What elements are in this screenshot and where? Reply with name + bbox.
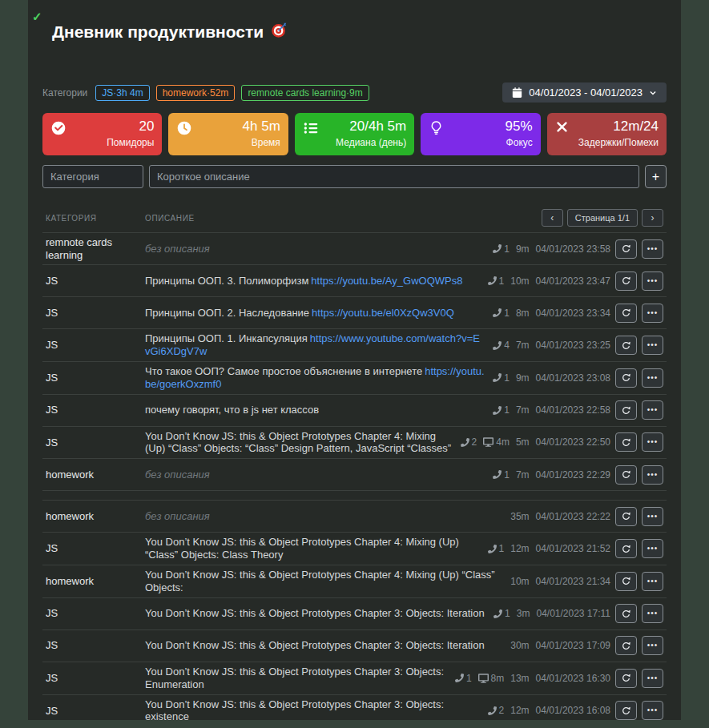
refresh-icon xyxy=(621,340,631,351)
more-button[interactable]: ••• xyxy=(642,432,663,452)
table-row: homework без описания 35m 04/01/2023 22:… xyxy=(42,500,667,532)
row-description-text: You Don’t Know JS: this & Object Prototy… xyxy=(145,666,444,690)
more-button[interactable]: ••• xyxy=(642,604,663,623)
add-entry-button[interactable]: + xyxy=(645,165,667,188)
repeat-button[interactable] xyxy=(615,239,637,259)
refresh-icon xyxy=(621,641,631,651)
calls-count: 1 xyxy=(504,469,510,481)
bulb-icon xyxy=(429,120,444,139)
app-panel: ✓ Дневник продуктивности Категории JS·3h… xyxy=(28,0,681,720)
chevron-down-icon xyxy=(649,89,657,97)
more-button[interactable]: ••• xyxy=(642,507,663,526)
row-description-text: You Don’t Know JS: this & Object Prototy… xyxy=(145,430,451,455)
row-link[interactable]: https://youtu.be/Ay_GwOQWPs8 xyxy=(311,275,462,287)
repeat-button[interactable] xyxy=(615,368,637,388)
more-button[interactable]: ••• xyxy=(642,400,663,420)
phone-icon xyxy=(488,706,497,715)
date-range-picker[interactable]: 04/01/2023 - 04/01/2023 xyxy=(502,82,667,103)
more-button[interactable]: ••• xyxy=(642,304,663,323)
row-category: homework xyxy=(46,510,145,523)
row-meta: 1 9m 04/01/2023 23:58 xyxy=(493,243,610,255)
calls-count: 1 xyxy=(504,404,510,416)
calls-meta: 1 xyxy=(488,543,505,554)
date-range-label: 04/01/2023 - 04/01/2023 xyxy=(529,86,643,99)
category-tag[interactable]: JS·3h 4m xyxy=(95,85,149,101)
more-button[interactable]: ••• xyxy=(642,701,663,720)
row-duration: 7m xyxy=(516,340,530,351)
refresh-icon xyxy=(621,673,631,683)
repeat-button[interactable] xyxy=(615,572,637,591)
page-title: Дневник продуктивности xyxy=(52,0,667,42)
row-description: You Don’t Know JS: this & Object Prototy… xyxy=(145,430,461,456)
more-button[interactable]: ••• xyxy=(642,669,663,688)
repeat-button[interactable] xyxy=(615,271,637,291)
more-button[interactable]: ••• xyxy=(642,636,663,655)
more-button[interactable]: ••• xyxy=(642,572,663,591)
repeat-button[interactable] xyxy=(615,636,637,655)
description-input[interactable] xyxy=(149,165,639,188)
table-header: КАТЕГОРИЯ ОПИСАНИЕ ‹ Страница 1/1 › xyxy=(42,209,667,232)
ellipsis-icon: ••• xyxy=(647,577,659,585)
calendar-icon xyxy=(512,87,522,98)
calls-meta: 4 xyxy=(493,340,510,351)
stat-card-interruptions: 12m/24 Задержки/Помехи xyxy=(547,113,667,155)
row-description-text: You Don’t Know JS: this & Object Prototy… xyxy=(145,536,459,561)
stat-value: 12m/24 xyxy=(555,119,659,135)
repeat-button[interactable] xyxy=(615,507,637,526)
table-row: JS You Don’t Know JS: this & Object Prot… xyxy=(42,597,667,629)
row-description: Принципы ООП. 2. Наследованиеhttps://you… xyxy=(145,307,493,320)
repeat-button[interactable] xyxy=(615,400,637,420)
target-icon xyxy=(271,22,288,42)
category-tag[interactable]: homework·52m xyxy=(156,85,236,101)
row-duration: 30m xyxy=(510,640,529,651)
more-button[interactable]: ••• xyxy=(642,239,663,259)
repeat-button[interactable] xyxy=(615,336,637,355)
calls-meta: 1 xyxy=(455,673,472,684)
refresh-icon xyxy=(621,405,631,416)
repeat-button[interactable] xyxy=(615,304,637,323)
row-link[interactable]: https://youtu.be/el0XzQw3V0Q xyxy=(312,307,454,319)
category-tag[interactable]: remnote cards learning·9m xyxy=(241,85,369,101)
repeat-button[interactable] xyxy=(615,701,637,720)
row-description: Принципы ООП. 1. Инкапсуляцияhttps://www… xyxy=(145,332,493,358)
row-description: You Don’t Know JS: this & Object Prototy… xyxy=(145,666,455,691)
row-meta: 1 8m 04/01/2023 23:34 xyxy=(493,308,610,319)
table-row: JS You Don’t Know JS: this & Object Prot… xyxy=(42,662,667,694)
stat-card-median: 20/4h 5m Медиана (день) xyxy=(295,113,414,155)
refresh-icon xyxy=(621,276,631,286)
pagination: ‹ Страница 1/1 › xyxy=(542,209,663,227)
repeat-button[interactable] xyxy=(615,432,637,452)
refresh-icon xyxy=(621,469,631,480)
row-meta: 1 8m 13m 04/01/2023 16:30 xyxy=(455,673,610,684)
row-category: remnote cards learning xyxy=(46,236,145,261)
phone-icon xyxy=(493,244,502,253)
ellipsis-icon: ••• xyxy=(647,706,659,714)
refresh-icon xyxy=(621,372,631,383)
row-duration: 12m xyxy=(510,705,529,716)
more-button[interactable]: ••• xyxy=(642,336,663,355)
prev-page-button[interactable]: ‹ xyxy=(542,209,563,227)
row-duration: 5m xyxy=(516,436,530,448)
repeat-button[interactable] xyxy=(615,539,637,558)
more-button[interactable]: ••• xyxy=(642,271,663,291)
calls-meta: 1 xyxy=(493,404,510,416)
more-button[interactable]: ••• xyxy=(642,368,663,388)
row-description-text: You Don’t Know JS: this & Object Prototy… xyxy=(145,569,495,593)
more-button[interactable]: ••• xyxy=(642,465,663,485)
calls-meta: 1 xyxy=(493,308,510,319)
category-input[interactable] xyxy=(42,165,143,188)
calls-count: 2 xyxy=(499,705,505,716)
ellipsis-icon: ••• xyxy=(647,245,659,253)
more-button[interactable]: ••• xyxy=(642,539,663,558)
table-row: JS Принципы ООП. 2. Наследованиеhttps://… xyxy=(42,296,667,328)
next-page-button[interactable]: › xyxy=(642,209,663,227)
row-description-text: You Don’t Know JS: this & Object Prototy… xyxy=(145,698,444,721)
repeat-button[interactable] xyxy=(615,604,637,623)
row-datetime: 04/01/2023 22:29 xyxy=(536,469,610,481)
repeat-button[interactable] xyxy=(615,465,637,485)
repeat-button[interactable] xyxy=(615,669,637,688)
row-meta: 35m 04/01/2023 22:22 xyxy=(510,511,610,522)
row-meta: 1 7m 04/01/2023 22:58 xyxy=(493,404,610,416)
row-duration: 9m xyxy=(516,243,530,255)
entries-group-1: remnote cards learning без описания 1 9m… xyxy=(42,232,667,490)
